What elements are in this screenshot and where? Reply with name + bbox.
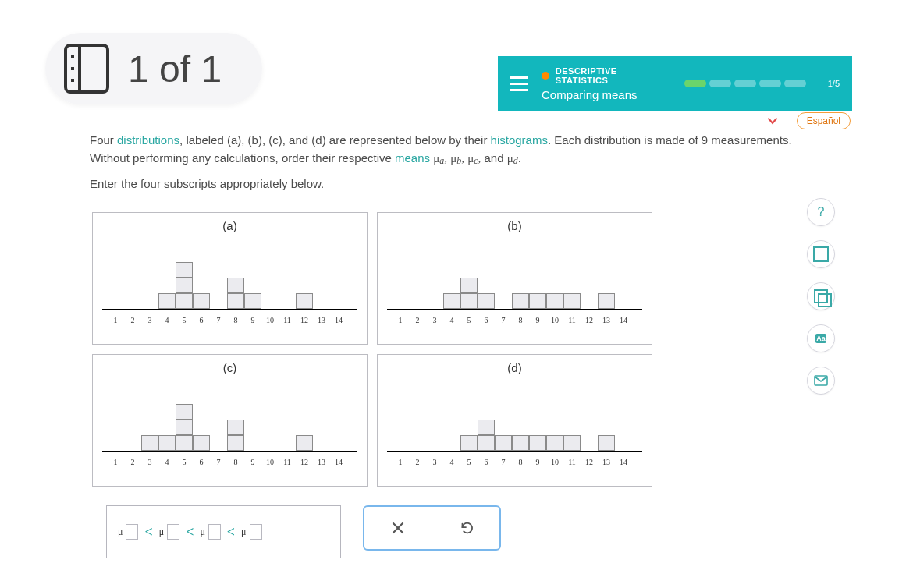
x-tick: 10	[546, 316, 563, 324]
x-tick: 14	[615, 316, 632, 324]
histogram: (c)1234567891011121314	[92, 354, 368, 487]
font-icon: Aa	[815, 334, 826, 343]
answer-slot[interactable]: μ	[159, 524, 179, 540]
pdf-page-overlay: 1 of 1	[45, 33, 262, 104]
x-tick: 6	[193, 458, 210, 466]
x-tick: 11	[563, 458, 581, 466]
x-tick: 3	[426, 458, 443, 466]
x-tick: 7	[495, 458, 512, 466]
x-tick: 13	[598, 316, 615, 324]
progress-segment	[684, 80, 706, 87]
x-tick: 9	[529, 458, 546, 466]
x-tick: 7	[495, 316, 512, 324]
undo-icon	[459, 521, 473, 535]
term-histograms[interactable]: histograms	[491, 133, 548, 147]
x-tick: 5	[460, 316, 478, 324]
mail-icon	[814, 375, 828, 386]
progress-segment	[734, 80, 756, 87]
instruction: Enter the four subscripts appropriately …	[90, 175, 800, 193]
chart-label: (b)	[378, 213, 652, 232]
x-tick: 1	[392, 458, 409, 466]
calculator-icon	[813, 246, 829, 262]
clear-button[interactable]	[364, 507, 432, 549]
x-tick: 4	[443, 316, 460, 324]
x-tick: 10	[546, 458, 563, 466]
category-dot-icon	[542, 72, 549, 80]
x-tick: 12	[581, 458, 598, 466]
x-tick: 13	[313, 458, 330, 466]
x-tick: 6	[478, 458, 495, 466]
x-tick: 2	[124, 316, 141, 324]
x-tick: 12	[296, 316, 313, 324]
undo-button[interactable]	[432, 507, 499, 549]
qtext-frag: Four	[90, 133, 117, 147]
x-tick: 2	[124, 458, 141, 466]
progress-segment	[784, 80, 806, 87]
resource-button[interactable]	[807, 282, 835, 310]
x-tick: 14	[330, 458, 347, 466]
message-button[interactable]	[807, 367, 835, 395]
x-tick: 8	[227, 458, 244, 466]
qtext-frag: . Each distribution is made of	[548, 133, 702, 147]
mu-b: μb,	[450, 152, 464, 165]
expand-button[interactable]	[759, 114, 786, 128]
x-tick: 14	[330, 316, 347, 324]
x-tick: 8	[227, 316, 244, 324]
question-text: Four distributions, labeled (a), (b), (c…	[90, 131, 800, 199]
x-tick: 10	[261, 316, 279, 324]
histogram: (a)1234567891011121314	[92, 212, 368, 345]
progress-segment	[759, 80, 781, 87]
x-tick: 5	[460, 458, 478, 466]
document-icon	[64, 44, 109, 94]
x-tick: 3	[141, 316, 158, 324]
answer-slot[interactable]: μ	[118, 524, 138, 540]
x-tick: 4	[158, 458, 176, 466]
mu-a: μa,	[433, 152, 447, 165]
x-tick: 13	[313, 316, 330, 324]
histogram: (b)1234567891011121314	[377, 212, 652, 345]
x-tick: 11	[279, 458, 296, 466]
progress-segments	[684, 80, 806, 87]
charts-grid: (a)1234567891011121314(b)123456789101112…	[92, 212, 652, 487]
lesson-header: DESCRIPTIVE STATISTICS Comparing means 1…	[498, 56, 852, 111]
x-tick: 7	[210, 316, 227, 324]
x-tick: 5	[176, 316, 193, 324]
chart-label: (c)	[93, 355, 367, 374]
close-icon	[391, 521, 405, 535]
mu-c: μc,	[467, 152, 481, 165]
x-tick: 7	[210, 458, 227, 466]
mu-d: μd	[507, 152, 518, 165]
x-tick: 4	[443, 458, 460, 466]
x-tick: 5	[176, 458, 193, 466]
x-tick: 11	[279, 316, 296, 324]
lt-symbol: <	[221, 524, 241, 540]
language-button[interactable]: Español	[797, 112, 851, 129]
x-tick: 6	[193, 316, 210, 324]
x-tick: 2	[409, 316, 426, 324]
x-tick: 11	[563, 316, 581, 324]
x-tick: 9	[244, 316, 261, 324]
chevron-down-icon	[767, 115, 778, 126]
answer-slot[interactable]: μ	[241, 524, 261, 540]
calculator-button[interactable]	[807, 240, 835, 268]
answer-box[interactable]: μ < μ < μ < μ	[106, 505, 341, 558]
answer-slot[interactable]: μ	[200, 524, 220, 540]
x-tick: 6	[478, 316, 495, 324]
page-indicator: 1 of 1	[128, 48, 222, 90]
x-tick: 8	[512, 316, 529, 324]
histogram: (d)1234567891011121314	[377, 354, 652, 487]
x-tick: 2	[409, 458, 426, 466]
x-tick: 3	[426, 316, 443, 324]
help-button[interactable]: ?	[807, 198, 835, 226]
category-label: DESCRIPTIVE STATISTICS	[556, 66, 670, 85]
x-tick: 10	[261, 458, 279, 466]
x-tick: 13	[598, 458, 615, 466]
term-distributions[interactable]: distributions	[117, 133, 179, 147]
x-tick: 3	[141, 458, 158, 466]
chart-label: (a)	[93, 213, 367, 232]
measurement-count: 9	[702, 133, 708, 147]
term-means[interactable]: means	[395, 151, 430, 165]
menu-icon[interactable]	[510, 76, 528, 91]
x-tick: 12	[296, 458, 313, 466]
font-button[interactable]: Aa	[807, 324, 835, 352]
